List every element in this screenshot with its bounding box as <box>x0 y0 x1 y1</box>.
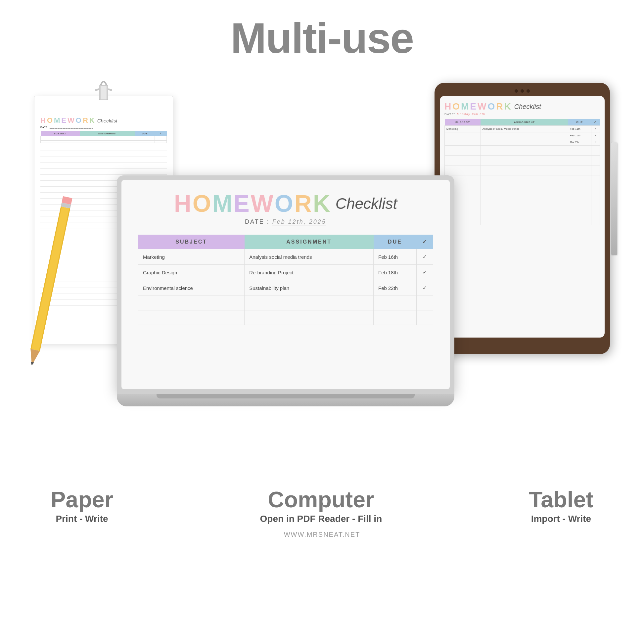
label-computer-main: Computer <box>260 486 382 512</box>
table-row <box>445 146 600 156</box>
table-row <box>445 165 600 175</box>
tablet-table: SUBJECT ASSIGNMENT DUE ✓ Marketing Analy… <box>444 119 600 225</box>
laptop-checklist-label: Checklist <box>336 195 397 212</box>
table-row <box>445 215 600 225</box>
svg-marker-9 <box>27 349 40 366</box>
table-row: Feb 15th ✓ <box>445 132 600 139</box>
table-row <box>41 141 167 143</box>
table-row: Graphic Design Re-branding Project Feb 1… <box>138 265 433 280</box>
paper-clip <box>92 76 115 103</box>
laptop-date-line: DATE : Feb 12th, 2025 <box>245 218 326 225</box>
table-row: Mar 7th ✓ <box>445 139 600 146</box>
table-row <box>138 310 433 325</box>
table-row <box>445 175 600 185</box>
tablet-th-check: ✓ <box>591 119 600 126</box>
laptop-th-check: ✓ <box>417 235 433 249</box>
table-row: Marketing Analysis of Social Media trend… <box>445 126 600 132</box>
devices-area: H O M E W O R K Checklist DATE: ________… <box>24 69 620 483</box>
tablet-screen: H O M E W O R K Checklist DATE: Monday F… <box>440 96 605 338</box>
laptop: H O M E W O R K Checklist DATE : Feb 12t… <box>117 175 454 414</box>
tablet-camera <box>440 89 605 93</box>
tablet-th-subject: SUBJECT <box>445 119 481 126</box>
svg-rect-3 <box>108 88 112 91</box>
table-row <box>445 205 600 215</box>
table-row <box>41 136 167 138</box>
tablet-dot <box>521 89 524 93</box>
label-paper-main: Paper <box>51 486 113 512</box>
main-title: Multi-use <box>231 13 414 63</box>
tablet-stylus <box>611 142 617 255</box>
footer-url: WWW.MRSNEAT.NET <box>284 531 360 538</box>
paper-date-line: DATE: ___________________________ <box>40 126 167 128</box>
paper-checklist-label: Checklist <box>97 118 117 123</box>
paper-table: SUBJECT ASSIGNMENT DUE ✓ <box>40 131 167 143</box>
label-computer-sub: Open in PDF Reader - Fill in <box>260 514 382 524</box>
tablet-th-due: DUE <box>568 119 591 126</box>
laptop-hw-title: H O M E W O R K Checklist <box>174 190 397 217</box>
laptop-base <box>117 394 454 406</box>
tablet-hw-title: H O M E W O R K Checklist <box>444 101 600 112</box>
laptop-table: SUBJECT ASSIGNMENT DUE ✓ Marketing Analy… <box>138 235 433 325</box>
paper-hw-title: H O M E W O R K Checklist <box>40 116 167 125</box>
label-paper: Paper Print - Write <box>51 486 113 524</box>
laptop-screen-outer: H O M E W O R K Checklist DATE : Feb 12t… <box>117 175 454 394</box>
laptop-keyboard <box>157 394 415 398</box>
tablet-date-line: DATE: Monday Feb 5th <box>444 113 600 116</box>
paper-th-subject: SUBJECT <box>41 131 80 136</box>
label-computer: Computer Open in PDF Reader - Fill in <box>260 486 382 524</box>
laptop-th-due: DUE <box>374 235 417 249</box>
label-paper-sub: Print - Write <box>51 514 113 524</box>
svg-marker-10 <box>30 362 34 366</box>
laptop-th-subject: SUBJECT <box>138 235 245 249</box>
tablet-dot <box>527 89 530 93</box>
label-tablet-main: Tablet <box>529 486 593 512</box>
table-row <box>445 195 600 205</box>
label-tablet: Tablet Import - Write <box>529 486 593 524</box>
table-row: Environmental science Sustainability pla… <box>138 280 433 296</box>
tablet-dot <box>515 89 518 93</box>
table-row <box>41 138 167 141</box>
tablet-checklist-label: Checklist <box>514 103 541 111</box>
labels-area: Paper Print - Write Computer Open in PDF… <box>24 486 620 524</box>
table-row <box>445 156 600 165</box>
table-row: Marketing Analysis social media trends F… <box>138 249 433 265</box>
svg-rect-1 <box>101 86 107 99</box>
svg-rect-2 <box>95 88 99 91</box>
paper-th-due: DUE <box>135 131 155 136</box>
tablet: H O M E W O R K Checklist DATE: Monday F… <box>435 83 610 354</box>
table-row <box>445 185 600 195</box>
paper-th-assignment: ASSIGNMENT <box>80 131 135 136</box>
laptop-screen-inner: H O M E W O R K Checklist DATE : Feb 12t… <box>121 180 450 389</box>
paper-th-check: ✓ <box>155 131 167 136</box>
laptop-date-value: Feb 12th, 2025 <box>272 218 326 225</box>
tablet-date-value: Monday Feb 5th <box>457 113 485 116</box>
table-row <box>138 296 433 310</box>
laptop-th-assignment: ASSIGNMENT <box>245 235 374 249</box>
tablet-th-assignment: ASSIGNMENT <box>481 119 568 126</box>
label-tablet-sub: Import - Write <box>529 514 593 524</box>
